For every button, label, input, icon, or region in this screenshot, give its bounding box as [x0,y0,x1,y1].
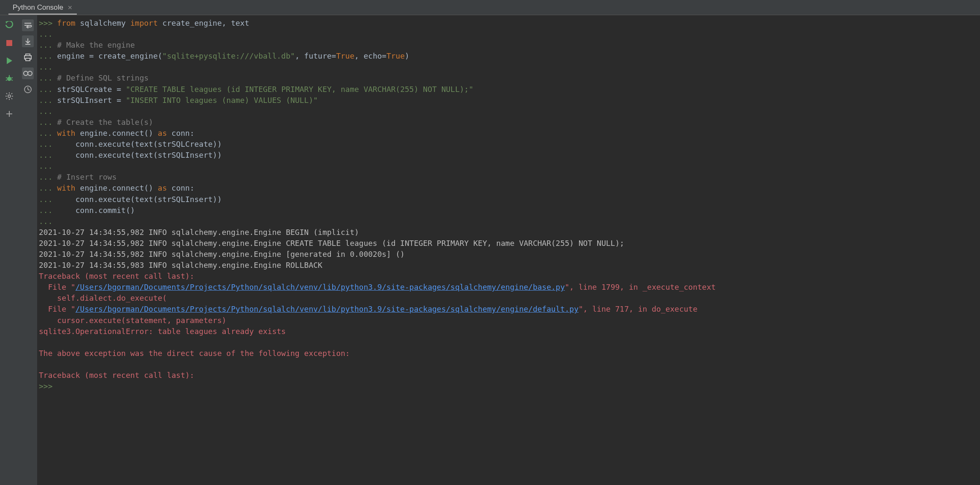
svg-rect-0 [6,40,12,46]
console-line: cursor.execute(statement, parameters) [39,315,976,326]
console-line: ... [39,106,976,117]
show-variables-icon[interactable] [22,67,34,79]
left-toolbar-secondary [19,15,37,485]
console-line: self.dialect.do_execute( [39,293,976,304]
svg-line-13 [11,98,12,99]
run-icon[interactable] [3,55,15,67]
console-line: Traceback (most recent call last): [39,370,976,381]
console-line: >>> [39,381,976,392]
console-line: >>> from sqlalchemy import create_engine… [39,18,976,29]
add-icon[interactable] [3,108,15,120]
rerun-icon[interactable] [3,19,15,31]
console-line: sqlite3.OperationalError: table leagues … [39,326,976,337]
close-icon[interactable]: ✕ [68,4,73,11]
svg-rect-24 [26,58,30,61]
console-line: ... with engine.connect() as conn: [39,183,976,194]
console-line: ... [39,29,976,40]
svg-point-1 [7,77,11,81]
console-line: ... conn.execute(text(strSQLInsert)) [39,150,976,161]
console-line: ... [39,62,976,73]
svg-line-5 [6,80,7,81]
console-line: 2021-10-27 14:34:55,983 INFO sqlalchemy.… [39,260,976,271]
console-line [39,337,976,348]
print-icon[interactable] [22,51,34,63]
console-line: ... [39,161,976,172]
svg-point-7 [8,95,11,97]
tab-bar: Python Console ✕ [0,0,980,15]
scroll-to-end-icon[interactable] [22,35,34,47]
settings-icon[interactable] [3,90,15,102]
console-line: Traceback (most recent call last): [39,271,976,282]
console-line: File "/Users/bgorman/Documents/Projects/… [39,304,976,315]
tab-label: Python Console [13,3,63,12]
console-line: 2021-10-27 14:34:55,982 INFO sqlalchemy.… [39,227,976,238]
console-line: File "/Users/bgorman/Documents/Projects/… [39,282,976,293]
console-line: ... strSQLCreate = "CREATE TABLE leagues… [39,84,976,95]
console-line: The above exception was the direct cause… [39,348,976,359]
traceback-file-link[interactable]: /Users/bgorman/Documents/Projects/Python… [76,304,579,313]
svg-line-15 [11,93,12,94]
console-line [39,359,976,370]
console-line: ... conn.execute(text(strSQLInsert)) [39,194,976,205]
console-line: ... engine = create_engine("sqlite+pysql… [39,51,976,62]
console-line: ... # Create the table(s) [39,117,976,128]
svg-line-12 [6,93,7,94]
console-line: 2021-10-27 14:34:55,982 INFO sqlalchemy.… [39,249,976,260]
console-line: ... strSQLInsert = "INSERT INTO leagues … [39,95,976,106]
left-toolbar-primary [0,15,19,485]
console-line: ... # Make the engine [39,40,976,51]
soft-wrap-icon[interactable] [22,19,34,31]
svg-point-26 [28,71,32,75]
tab-python-console[interactable]: Python Console ✕ [8,1,77,15]
svg-point-25 [24,71,28,75]
svg-line-14 [6,98,7,99]
console-line: 2021-10-27 14:34:55,982 INFO sqlalchemy.… [39,238,976,249]
console-line: ... [39,216,976,227]
console-line: ... conn.commit() [39,205,976,216]
console-line: ... # Insert rows [39,172,976,183]
console-line: ... conn.execute(text(strSQLCreate)) [39,139,976,150]
console-line: ... with engine.connect() as conn: [39,128,976,139]
svg-line-6 [11,80,13,81]
history-icon[interactable] [22,84,34,95]
debug-icon[interactable] [3,73,15,84]
svg-line-4 [11,78,13,78]
svg-line-29 [28,89,30,90]
traceback-file-link[interactable]: /Users/bgorman/Documents/Projects/Python… [76,283,565,291]
console-output[interactable]: >>> from sqlalchemy import create_engine… [37,15,980,485]
svg-line-3 [6,78,7,78]
stop-icon[interactable] [3,37,15,49]
console-line: ... # Define SQL strings [39,73,976,84]
